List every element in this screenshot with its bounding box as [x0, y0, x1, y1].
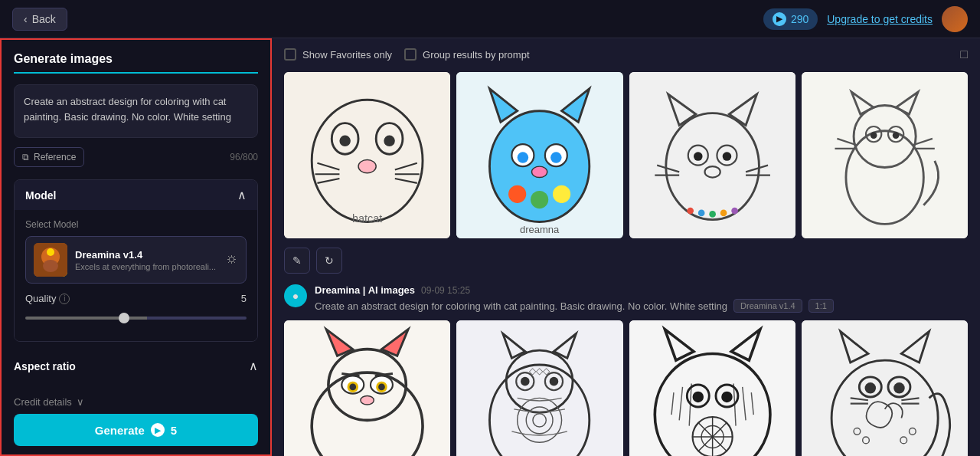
svg-point-37 [694, 152, 703, 161]
char-count: 96/800 [230, 152, 258, 162]
svg-rect-62 [284, 320, 450, 456]
svg-point-9 [384, 136, 394, 146]
svg-rect-112 [802, 320, 968, 456]
generate-cost: 5 [171, 424, 177, 437]
show-favorites-checkbox-box[interactable] [284, 48, 296, 61]
quality-slider-container [25, 309, 247, 323]
toolbar-row: Show Favorites only Group results by pro… [284, 48, 968, 61]
gen-meta-top: Dreamina | AI images 09-09 15:25 [315, 284, 968, 296]
panel-title: Generate images [14, 52, 258, 66]
svg-point-118 [864, 382, 875, 393]
collapse-button[interactable]: □ [960, 48, 968, 61]
reference-button[interactable]: ⧉ Reference [14, 147, 84, 167]
back-button[interactable]: ‹ Back [12, 8, 67, 31]
model-section-header[interactable]: Model [15, 180, 257, 210]
svg-point-75 [361, 396, 374, 405]
svg-point-57 [893, 132, 900, 139]
svg-point-44 [687, 208, 694, 215]
image-grid-bottom: ◇◇◇ [284, 320, 968, 456]
left-panel: Generate images Create an abstract desig… [0, 38, 272, 456]
group-results-checkbox-box[interactable] [404, 48, 416, 61]
model-section-title: Model [25, 189, 56, 202]
coin-icon: ▶ [773, 12, 786, 26]
model-thumbnail [34, 243, 67, 277]
action-row-top: ✎ ↻ [284, 248, 968, 274]
refresh-button[interactable]: ↻ [316, 248, 342, 274]
svg-point-28 [531, 191, 548, 208]
model-section-body: Select Model Dreamina v1.4 [15, 210, 257, 341]
credit-details-row[interactable]: Credit details [14, 390, 258, 414]
svg-point-45 [697, 210, 704, 217]
svg-point-56 [871, 132, 877, 139]
aspect-ratio-label: Aspect ratio [14, 360, 76, 372]
model-badge: Dreamina v1.4 [733, 299, 802, 313]
model-info: Dreamina v1.4 Excels at everything from … [75, 249, 218, 271]
aspect-ratio-header[interactable]: Aspect ratio [14, 351, 258, 381]
svg-text:◇◇◇: ◇◇◇ [529, 366, 550, 376]
generated-image-2[interactable]: dreamna [456, 72, 622, 238]
gen-prompt-text: Create an abstract design for coloring w… [315, 300, 727, 312]
credit-details-label: Credit details [14, 396, 72, 408]
svg-rect-49 [802, 72, 968, 238]
gen-meta: Dreamina | AI images 09-09 15:25 Create … [315, 284, 968, 313]
svg-point-3 [47, 248, 54, 256]
generate-button[interactable]: Generate ▶ 5 [14, 414, 258, 446]
ratio-badge: 1:1 [808, 299, 834, 313]
svg-point-47 [720, 210, 727, 217]
prompt-textbox[interactable]: Create an abstract design for coloring w… [14, 84, 258, 138]
group-results-checkbox[interactable]: Group results by prompt [404, 48, 529, 61]
generate-coin-icon: ▶ [151, 423, 165, 437]
model-settings-icon[interactable]: ⛭ [226, 253, 238, 267]
reference-label: Reference [34, 152, 76, 162]
generation-avatar: ● [284, 284, 307, 307]
generated-image-6[interactable]: ◇◇◇ [456, 320, 622, 456]
aspect-ratio-chevron-up-icon [249, 359, 258, 373]
back-arrow-icon: ‹ [24, 13, 28, 25]
user-avatar[interactable] [942, 6, 968, 32]
svg-point-71 [349, 384, 356, 391]
svg-point-24 [518, 152, 528, 162]
generated-image-5[interactable] [284, 320, 450, 456]
right-panel: Show Favorites only Group results by pro… [272, 38, 980, 456]
model-name: Dreamina v1.4 [75, 249, 218, 261]
model-item[interactable]: Dreamina v1.4 Excels at everything from … [25, 236, 247, 284]
gen-source: Dreamina | AI images [315, 284, 415, 296]
generated-image-8[interactable] [802, 320, 968, 456]
credit-details-chevron-down-icon [77, 396, 84, 408]
svg-point-89 [521, 377, 530, 386]
edit-button[interactable]: ✎ [284, 248, 310, 274]
gen-prompt-row: Create an abstract design for coloring w… [315, 299, 968, 313]
generation-info: ● Dreamina | AI images 09-09 15:25 Creat… [284, 284, 968, 313]
svg-point-10 [358, 159, 376, 172]
prompt-footer: ⧉ Reference 96/800 [14, 147, 258, 167]
select-model-label: Select Model [25, 219, 247, 230]
quality-slider[interactable] [25, 317, 247, 320]
aspect-ratio-section: Aspect ratio [14, 351, 258, 381]
reference-icon: ⧉ [22, 152, 29, 162]
show-favorites-label: Show Favorites only [302, 49, 392, 61]
svg-point-46 [709, 211, 716, 218]
svg-point-25 [550, 152, 561, 162]
svg-point-27 [508, 185, 526, 203]
quality-label: Quality i [25, 293, 70, 304]
svg-point-104 [692, 392, 703, 402]
svg-point-26 [532, 166, 547, 177]
group-results-label: Group results by prompt [423, 49, 529, 61]
generated-image-4[interactable] [802, 72, 968, 238]
svg-point-38 [722, 152, 731, 161]
generated-image-7[interactable] [629, 320, 795, 456]
model-desc: Excels at everything from photoreali... [75, 262, 218, 271]
svg-point-90 [550, 377, 559, 386]
top-navigation: ‹ Back ▶ 290 Upgrade to get credits [0, 0, 980, 38]
generated-image-1[interactable]: hatcat [284, 72, 450, 238]
upgrade-button[interactable]: Upgrade to get credits [827, 13, 933, 25]
quality-row: Quality i 5 [25, 293, 247, 304]
svg-point-72 [378, 384, 385, 391]
svg-point-8 [339, 136, 350, 146]
back-label: Back [32, 13, 56, 25]
quality-value: 5 [241, 293, 247, 304]
show-favorites-checkbox[interactable]: Show Favorites only [284, 48, 392, 61]
svg-text:hatcat: hatcat [352, 212, 382, 225]
generated-image-3[interactable] [629, 72, 795, 238]
svg-point-119 [893, 382, 904, 393]
